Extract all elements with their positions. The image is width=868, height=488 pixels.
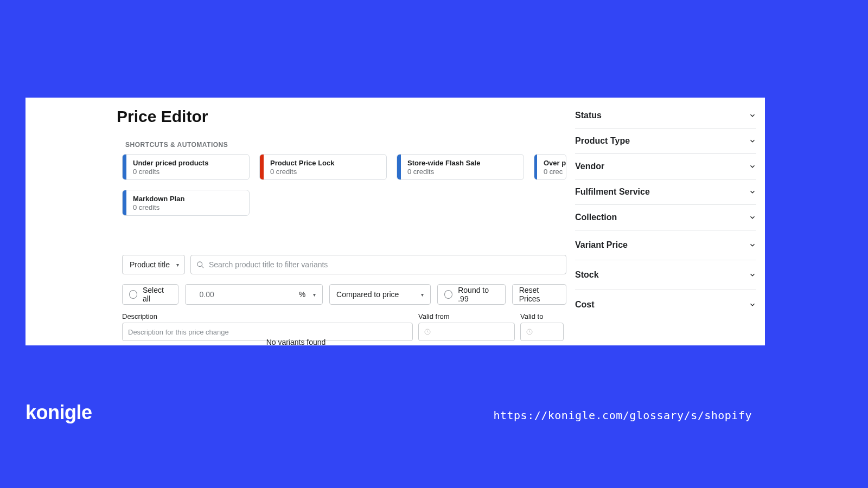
shortcut-sub: 0 credits bbox=[133, 203, 184, 211]
filter-stock[interactable]: Stock bbox=[575, 260, 756, 290]
reset-label: Reset Prices bbox=[519, 286, 559, 303]
controls-area: Product title ▾ Select all 0.00 % bbox=[122, 255, 566, 341]
shortcuts-label: SHORTCUTS & AUTOMATIONS bbox=[125, 141, 566, 149]
filter-fulfilment[interactable]: Fulfilment Service bbox=[575, 179, 756, 205]
chevron-down-icon bbox=[749, 188, 756, 196]
shortcut-title: Over p bbox=[544, 159, 559, 167]
svg-line-1 bbox=[201, 266, 203, 268]
footer-url: https://konigle.com/glossary/s/shopify bbox=[493, 409, 752, 422]
filter-field-value: Product title bbox=[130, 260, 170, 269]
form-labels: Description Valid from Valid to bbox=[122, 312, 566, 320]
unit-label: % bbox=[299, 290, 305, 299]
shortcuts-row-1: Under priced products 0 credits Product … bbox=[122, 154, 566, 180]
round-label: Round to .99 bbox=[458, 286, 498, 303]
filter-status[interactable]: Status bbox=[575, 103, 756, 129]
chevron-down-icon: ▾ bbox=[421, 292, 424, 298]
shortcut-title: Markdown Plan bbox=[133, 195, 184, 203]
reset-prices-button[interactable]: Reset Prices bbox=[512, 284, 566, 305]
shortcut-over-priced[interactable]: Over p 0 crec bbox=[534, 154, 566, 180]
search-input[interactable] bbox=[209, 260, 560, 269]
filter-label: Vendor bbox=[575, 162, 604, 171]
desc-label: Description bbox=[122, 312, 418, 320]
action-row: Select all 0.00 % ▾ Compared to price ▾ … bbox=[122, 284, 566, 305]
search-icon bbox=[196, 261, 205, 269]
select-all-label: Select all bbox=[143, 286, 171, 303]
filter-label: Cost bbox=[575, 300, 595, 310]
filter-cost[interactable]: Cost bbox=[575, 290, 756, 319]
shortcut-sub: 0 credits bbox=[133, 168, 208, 176]
search-row: Product title ▾ bbox=[122, 255, 566, 274]
clock-icon bbox=[424, 329, 431, 335]
chevron-down-icon bbox=[749, 241, 756, 249]
filter-variant-price[interactable]: Variant Price bbox=[575, 230, 756, 260]
chevron-down-icon bbox=[749, 137, 756, 145]
chevron-down-icon: ▾ bbox=[313, 292, 316, 298]
shortcut-under-priced[interactable]: Under priced products 0 credits bbox=[122, 154, 250, 180]
clock-icon bbox=[526, 329, 533, 335]
shortcut-price-lock[interactable]: Product Price Lock 0 credits bbox=[259, 154, 387, 180]
filter-collection[interactable]: Collection bbox=[575, 205, 756, 230]
valid-from-label: Valid from bbox=[418, 312, 520, 320]
shortcut-title: Product Price Lock bbox=[270, 159, 334, 167]
chevron-down-icon bbox=[749, 301, 756, 309]
shortcut-markdown-plan[interactable]: Markdown Plan 0 credits bbox=[122, 190, 250, 216]
filter-panel: Status Product Type Vendor Fulfilment Se… bbox=[566, 98, 765, 345]
filter-label: Stock bbox=[575, 270, 599, 280]
filter-label: Collection bbox=[575, 213, 617, 222]
page-title: Price Editor bbox=[117, 107, 566, 126]
shortcut-flash-sale[interactable]: Store-wide Flash Sale 0 credits bbox=[397, 154, 524, 180]
shortcuts-row-2: Markdown Plan 0 credits bbox=[122, 190, 566, 216]
shortcut-accent bbox=[260, 155, 264, 179]
shortcut-title: Under priced products bbox=[133, 159, 208, 167]
compare-label: Compared to price bbox=[336, 290, 399, 299]
amount-value: 0.00 bbox=[192, 290, 214, 299]
shortcut-accent bbox=[397, 155, 401, 179]
brand-logo: konigle bbox=[25, 401, 92, 424]
chevron-down-icon: ▾ bbox=[176, 262, 179, 268]
amount-input[interactable]: 0.00 % ▾ bbox=[185, 284, 323, 305]
shortcut-sub: 0 credits bbox=[407, 168, 480, 176]
chevron-down-icon bbox=[749, 112, 756, 119]
no-variants-message: No variants found bbox=[25, 338, 566, 345]
app-window: Price Editor SHORTCUTS & AUTOMATIONS Und… bbox=[25, 98, 765, 345]
select-all-toggle[interactable]: Select all bbox=[122, 284, 178, 305]
shortcut-title: Store-wide Flash Sale bbox=[407, 159, 480, 167]
shortcut-sub: 0 credits bbox=[270, 168, 334, 176]
chevron-down-icon bbox=[749, 214, 756, 221]
round-toggle[interactable]: Round to .99 bbox=[437, 284, 505, 305]
valid-to-label: Valid to bbox=[520, 312, 543, 320]
chevron-down-icon bbox=[749, 271, 756, 279]
filter-label: Product Type bbox=[575, 136, 630, 146]
shortcut-sub: 0 crec bbox=[544, 168, 559, 176]
filter-label: Fulfilment Service bbox=[575, 187, 650, 197]
filter-label: Status bbox=[575, 111, 602, 120]
radio-icon bbox=[444, 290, 452, 299]
shortcut-accent bbox=[123, 155, 126, 179]
chevron-down-icon bbox=[749, 163, 756, 170]
shortcut-accent bbox=[123, 190, 126, 215]
svg-point-0 bbox=[197, 261, 202, 266]
filter-product-type[interactable]: Product Type bbox=[575, 129, 756, 154]
filter-label: Variant Price bbox=[575, 240, 628, 250]
filter-vendor[interactable]: Vendor bbox=[575, 154, 756, 179]
search-box[interactable] bbox=[190, 255, 566, 274]
main-panel: Price Editor SHORTCUTS & AUTOMATIONS Und… bbox=[25, 98, 566, 345]
compare-dropdown[interactable]: Compared to price ▾ bbox=[329, 284, 431, 305]
radio-icon bbox=[129, 290, 137, 299]
filter-field-dropdown[interactable]: Product title ▾ bbox=[122, 255, 185, 274]
